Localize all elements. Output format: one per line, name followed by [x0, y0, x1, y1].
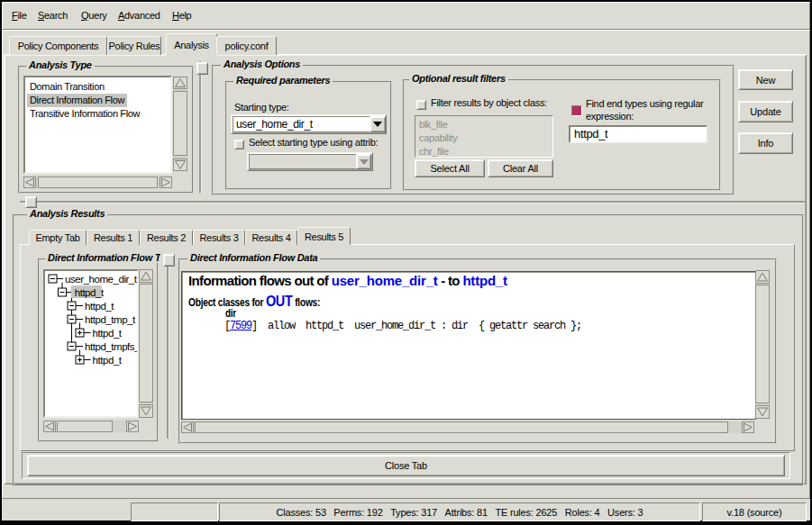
svg-text:httpd_tmpfs_t: httpd_tmpfs_t	[85, 341, 139, 352]
svg-text:httpd_t: httpd_t	[85, 301, 114, 312]
svg-text:user_home_dir_t: user_home_dir_t	[65, 274, 138, 285]
svg-text:httpd_t: httpd_t	[93, 355, 123, 366]
svg-text:httpd_tmp_t: httpd_tmp_t	[85, 314, 136, 325]
svg-text:httpd_t: httpd_t	[93, 328, 123, 339]
svg-text:httpd_t: httpd_t	[75, 287, 105, 298]
